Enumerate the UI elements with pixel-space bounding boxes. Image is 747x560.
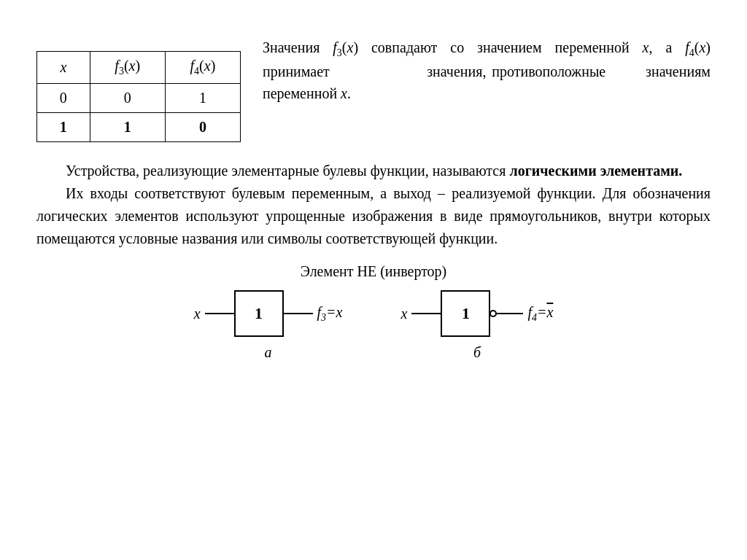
diagram-b-wire-out bbox=[497, 313, 523, 314]
diagram-b-box: 1 bbox=[441, 290, 490, 337]
diagram-a-wire-in bbox=[205, 313, 234, 314]
col-f4: f4(x) bbox=[165, 52, 240, 84]
paragraph-1: Устройства, реализующие элементарные бул… bbox=[36, 160, 711, 182]
diagram-b-body: x 1 f4=x bbox=[401, 290, 554, 337]
cell-x0: 0 bbox=[37, 84, 90, 113]
table-row: 1 1 0 bbox=[37, 113, 241, 142]
cell-f3-0: 0 bbox=[90, 84, 165, 113]
diagrams-row: x 1 f3=x а x 1 f4=x б bbox=[36, 290, 711, 361]
diagram-a-f-label: f3=x bbox=[317, 304, 343, 324]
table-row: 0 0 1 bbox=[37, 84, 241, 113]
main-content: Устройства, реализующие элементарные бул… bbox=[36, 160, 711, 250]
paragraph-2: Их входы соответствуют булевым переменны… bbox=[36, 182, 711, 250]
col-x: x bbox=[37, 52, 90, 84]
truth-table: x f3(x) f4(x) 0 0 1 1 1 0 bbox=[36, 51, 241, 142]
diagram-a-bottom-label: а bbox=[265, 344, 272, 361]
diagram-b-bottom-label: б bbox=[473, 344, 481, 361]
inverter-circle bbox=[489, 310, 497, 317]
diagram-b-wire-in bbox=[411, 313, 441, 314]
diagram-a-box: 1 bbox=[234, 290, 284, 337]
truth-table-container: x f3(x) f4(x) 0 0 1 1 1 0 bbox=[36, 51, 241, 142]
diagram-a-body: x 1 f3=x bbox=[194, 290, 343, 337]
right-description: Значения f3(x) совпадают со значением пе… bbox=[263, 29, 711, 142]
cell-f3-1: 1 bbox=[90, 113, 165, 142]
col-f3: f3(x) bbox=[90, 52, 165, 84]
cell-f4-0: 1 bbox=[165, 84, 240, 113]
diagram-b: x 1 f4=x б bbox=[401, 290, 554, 361]
cell-x1: 1 bbox=[37, 113, 90, 142]
diagram-a-x-label: x bbox=[194, 306, 201, 322]
top-section: x f3(x) f4(x) 0 0 1 1 1 0 Значения f3( bbox=[36, 29, 711, 142]
diagram-b-f-label: f4=x bbox=[527, 304, 553, 324]
diagram-b-output bbox=[490, 310, 523, 317]
diagram-a-wire-out bbox=[284, 313, 313, 314]
diagram-section: Элемент НЕ (инвертор) x 1 f3=x а x 1 bbox=[36, 263, 711, 361]
diagram-b-x-label: x bbox=[401, 306, 408, 322]
diagram-a: x 1 f3=x а bbox=[194, 290, 343, 361]
diagram-title: Элемент НЕ (инвертор) bbox=[36, 263, 711, 280]
cell-f4-1: 0 bbox=[165, 113, 240, 142]
